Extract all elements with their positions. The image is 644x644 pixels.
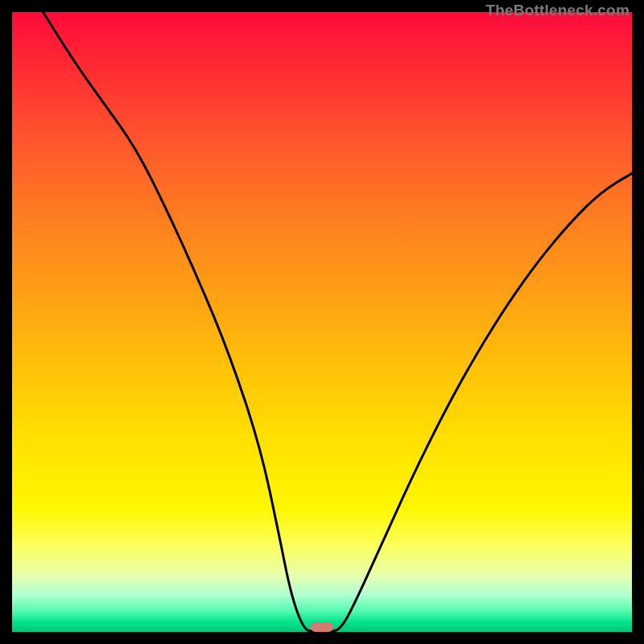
bottleneck-curve	[12, 12, 632, 632]
plot-area	[12, 12, 632, 632]
curve-path	[43, 12, 633, 632]
chart-frame: TheBottleneck.com	[0, 0, 644, 644]
optimal-marker	[311, 622, 333, 632]
watermark-text: TheBottleneck.com	[485, 2, 630, 19]
